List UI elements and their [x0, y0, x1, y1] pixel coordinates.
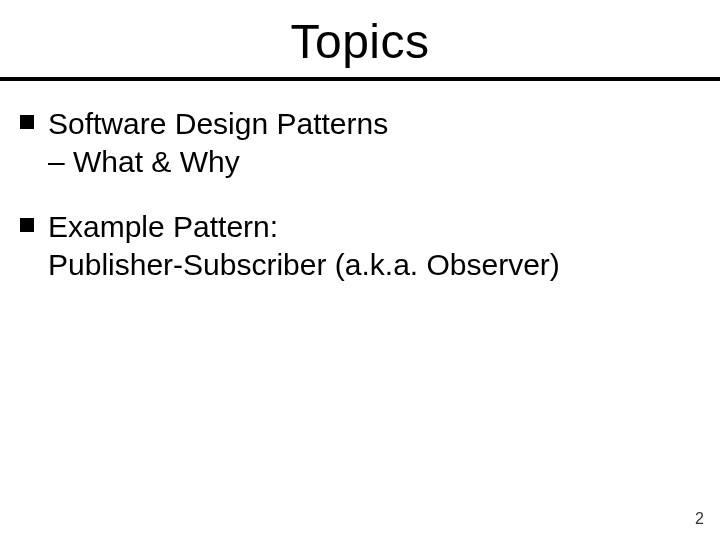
bullet-line: Example Pattern:	[48, 208, 560, 246]
bullet-line: Software Design Patterns	[48, 105, 388, 143]
slide: Topics Software Design Patterns – What &…	[0, 0, 720, 540]
slide-content: Software Design Patterns – What & Why Ex…	[0, 81, 720, 283]
page-number: 2	[695, 510, 704, 528]
square-bullet-icon	[20, 115, 34, 129]
bullet-item: Software Design Patterns – What & Why	[20, 105, 700, 180]
bullet-text: Software Design Patterns – What & Why	[48, 105, 388, 180]
bullet-subline: – What & Why	[48, 143, 388, 181]
bullet-text: Example Pattern: Publisher-Subscriber (a…	[48, 208, 560, 283]
bullet-item: Example Pattern: Publisher-Subscriber (a…	[20, 208, 700, 283]
square-bullet-icon	[20, 218, 34, 232]
bullet-subline: Publisher-Subscriber (a.k.a. Observer)	[48, 246, 560, 284]
slide-title: Topics	[0, 0, 720, 77]
